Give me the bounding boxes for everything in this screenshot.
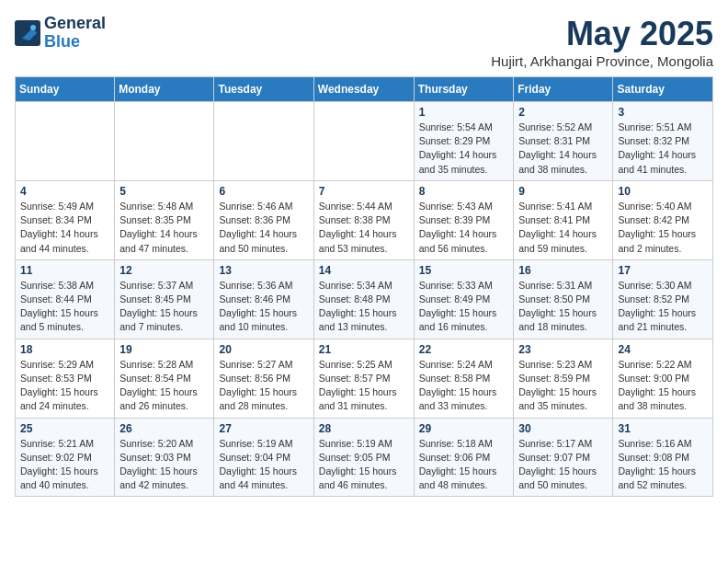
- day-info: Sunrise: 5:22 AM Sunset: 9:00 PM Dayligh…: [618, 358, 708, 414]
- day-info: Sunrise: 5:17 AM Sunset: 9:07 PM Dayligh…: [518, 437, 608, 493]
- calendar-cell: 27Sunrise: 5:19 AM Sunset: 9:04 PM Dayli…: [214, 418, 313, 497]
- day-info: Sunrise: 5:30 AM Sunset: 8:52 PM Dayligh…: [618, 279, 708, 335]
- calendar-cell: 6Sunrise: 5:46 AM Sunset: 8:36 PM Daylig…: [214, 180, 313, 259]
- day-info: Sunrise: 5:40 AM Sunset: 8:42 PM Dayligh…: [618, 200, 708, 256]
- day-info: Sunrise: 5:51 AM Sunset: 8:32 PM Dayligh…: [618, 121, 708, 177]
- calendar-cell: 2Sunrise: 5:52 AM Sunset: 8:31 PM Daylig…: [514, 102, 613, 181]
- day-info: Sunrise: 5:20 AM Sunset: 9:03 PM Dayligh…: [119, 437, 209, 493]
- calendar-cell: 18Sunrise: 5:29 AM Sunset: 8:53 PM Dayli…: [16, 339, 115, 418]
- calendar-cell: 19Sunrise: 5:28 AM Sunset: 8:54 PM Dayli…: [115, 339, 214, 418]
- day-number: 6: [219, 185, 308, 198]
- weekday-header-friday: Friday: [514, 77, 613, 102]
- day-number: 12: [119, 264, 209, 277]
- day-number: 10: [618, 185, 708, 198]
- day-info: Sunrise: 5:33 AM Sunset: 8:49 PM Dayligh…: [419, 279, 509, 335]
- logo-icon: [15, 20, 40, 46]
- calendar-cell: 10Sunrise: 5:40 AM Sunset: 8:42 PM Dayli…: [613, 180, 713, 259]
- calendar-cell: 13Sunrise: 5:36 AM Sunset: 8:46 PM Dayli…: [214, 259, 313, 339]
- day-number: 24: [618, 343, 708, 356]
- day-number: 13: [219, 264, 308, 277]
- weekday-header-tuesday: Tuesday: [214, 77, 313, 102]
- day-info: Sunrise: 5:49 AM Sunset: 8:34 PM Dayligh…: [20, 200, 109, 256]
- calendar-cell: 24Sunrise: 5:22 AM Sunset: 9:00 PM Dayli…: [613, 339, 713, 418]
- calendar-cell: 14Sunrise: 5:34 AM Sunset: 8:48 PM Dayli…: [313, 259, 414, 339]
- day-number: 5: [119, 185, 209, 198]
- day-info: Sunrise: 5:38 AM Sunset: 8:44 PM Dayligh…: [20, 279, 109, 335]
- day-number: 31: [618, 422, 708, 435]
- day-number: 23: [518, 343, 608, 356]
- day-info: Sunrise: 5:27 AM Sunset: 8:56 PM Dayligh…: [219, 358, 308, 414]
- calendar-cell: 30Sunrise: 5:17 AM Sunset: 9:07 PM Dayli…: [514, 418, 613, 497]
- day-info: Sunrise: 5:52 AM Sunset: 8:31 PM Dayligh…: [518, 121, 608, 177]
- calendar-cell: 7Sunrise: 5:44 AM Sunset: 8:38 PM Daylig…: [313, 180, 414, 259]
- calendar-week-3: 11Sunrise: 5:38 AM Sunset: 8:44 PM Dayli…: [16, 259, 713, 339]
- day-info: Sunrise: 5:41 AM Sunset: 8:41 PM Dayligh…: [518, 200, 608, 256]
- calendar-cell: 16Sunrise: 5:31 AM Sunset: 8:50 PM Dayli…: [514, 259, 613, 339]
- day-info: Sunrise: 5:43 AM Sunset: 8:39 PM Dayligh…: [419, 200, 509, 256]
- day-info: Sunrise: 5:34 AM Sunset: 8:48 PM Dayligh…: [319, 279, 409, 335]
- calendar-cell: 31Sunrise: 5:16 AM Sunset: 9:08 PM Dayli…: [613, 418, 713, 497]
- location-subtitle: Hujirt, Arkhangai Province, Mongolia: [491, 53, 713, 69]
- day-number: 22: [419, 343, 509, 356]
- day-info: Sunrise: 5:28 AM Sunset: 8:54 PM Dayligh…: [119, 358, 209, 414]
- day-info: Sunrise: 5:29 AM Sunset: 8:53 PM Dayligh…: [20, 358, 109, 414]
- calendar-cell: [16, 102, 115, 181]
- calendar-cell: 17Sunrise: 5:30 AM Sunset: 8:52 PM Dayli…: [613, 259, 713, 339]
- day-number: 25: [20, 422, 109, 435]
- calendar-cell: 5Sunrise: 5:48 AM Sunset: 8:35 PM Daylig…: [115, 180, 214, 259]
- day-info: Sunrise: 5:18 AM Sunset: 9:06 PM Dayligh…: [419, 437, 509, 493]
- title-block: May 2025 Hujirt, Arkhangai Province, Mon…: [491, 15, 713, 69]
- calendar-cell: [115, 102, 214, 181]
- day-info: Sunrise: 5:24 AM Sunset: 8:58 PM Dayligh…: [419, 358, 509, 414]
- day-info: Sunrise: 5:16 AM Sunset: 9:08 PM Dayligh…: [618, 437, 708, 493]
- day-number: 1: [419, 106, 509, 119]
- calendar-week-4: 18Sunrise: 5:29 AM Sunset: 8:53 PM Dayli…: [16, 339, 713, 418]
- calendar-cell: 15Sunrise: 5:33 AM Sunset: 8:49 PM Dayli…: [414, 259, 514, 339]
- weekday-header-wednesday: Wednesday: [313, 77, 414, 102]
- day-number: 8: [419, 185, 509, 198]
- day-info: Sunrise: 5:36 AM Sunset: 8:46 PM Dayligh…: [219, 279, 308, 335]
- day-number: 20: [219, 343, 308, 356]
- day-info: Sunrise: 5:54 AM Sunset: 8:29 PM Dayligh…: [419, 121, 509, 177]
- day-info: Sunrise: 5:23 AM Sunset: 8:59 PM Dayligh…: [518, 358, 608, 414]
- logo: General Blue: [15, 15, 106, 52]
- calendar-cell: 3Sunrise: 5:51 AM Sunset: 8:32 PM Daylig…: [613, 102, 713, 181]
- logo-text: General Blue: [44, 15, 106, 52]
- calendar-cell: 25Sunrise: 5:21 AM Sunset: 9:02 PM Dayli…: [16, 418, 115, 497]
- day-info: Sunrise: 5:31 AM Sunset: 8:50 PM Dayligh…: [518, 279, 608, 335]
- month-title: May 2025: [491, 15, 713, 53]
- day-number: 14: [319, 264, 409, 277]
- svg-point-2: [30, 25, 36, 30]
- calendar-cell: [214, 102, 313, 181]
- day-number: 21: [319, 343, 409, 356]
- calendar-cell: 22Sunrise: 5:24 AM Sunset: 8:58 PM Dayli…: [414, 339, 514, 418]
- day-number: 17: [618, 264, 708, 277]
- day-info: Sunrise: 5:25 AM Sunset: 8:57 PM Dayligh…: [319, 358, 409, 414]
- weekday-header-monday: Monday: [115, 77, 214, 102]
- day-number: 4: [20, 185, 109, 198]
- calendar-cell: 11Sunrise: 5:38 AM Sunset: 8:44 PM Dayli…: [16, 259, 115, 339]
- day-info: Sunrise: 5:21 AM Sunset: 9:02 PM Dayligh…: [20, 437, 109, 493]
- day-number: 3: [618, 106, 708, 119]
- calendar-table: SundayMondayTuesdayWednesdayThursdayFrid…: [15, 76, 713, 497]
- day-number: 16: [518, 264, 608, 277]
- day-number: 15: [419, 264, 509, 277]
- day-number: 29: [419, 422, 509, 435]
- calendar-week-1: 1Sunrise: 5:54 AM Sunset: 8:29 PM Daylig…: [16, 102, 713, 181]
- calendar-week-5: 25Sunrise: 5:21 AM Sunset: 9:02 PM Dayli…: [16, 418, 713, 497]
- calendar-cell: 12Sunrise: 5:37 AM Sunset: 8:45 PM Dayli…: [115, 259, 214, 339]
- day-info: Sunrise: 5:19 AM Sunset: 9:05 PM Dayligh…: [319, 437, 409, 493]
- weekday-header-saturday: Saturday: [613, 77, 713, 102]
- weekday-header-sunday: Sunday: [16, 77, 115, 102]
- day-info: Sunrise: 5:44 AM Sunset: 8:38 PM Dayligh…: [319, 200, 409, 256]
- day-number: 11: [20, 264, 109, 277]
- calendar-week-2: 4Sunrise: 5:49 AM Sunset: 8:34 PM Daylig…: [16, 180, 713, 259]
- calendar-cell: 26Sunrise: 5:20 AM Sunset: 9:03 PM Dayli…: [115, 418, 214, 497]
- day-number: 19: [119, 343, 209, 356]
- day-info: Sunrise: 5:46 AM Sunset: 8:36 PM Dayligh…: [219, 200, 308, 256]
- calendar-cell: 20Sunrise: 5:27 AM Sunset: 8:56 PM Dayli…: [214, 339, 313, 418]
- day-number: 18: [20, 343, 109, 356]
- day-number: 9: [518, 185, 608, 198]
- calendar-cell: 4Sunrise: 5:49 AM Sunset: 8:34 PM Daylig…: [16, 180, 115, 259]
- day-number: 28: [319, 422, 409, 435]
